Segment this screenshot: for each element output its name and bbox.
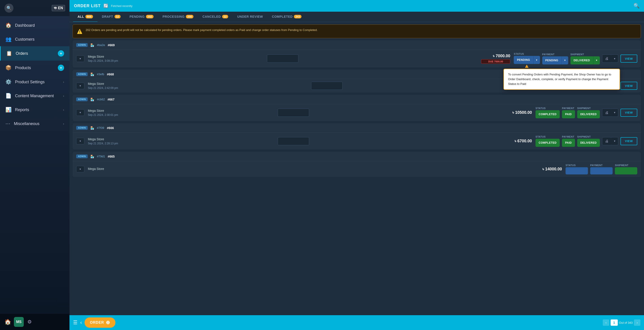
order-date: Sep 21 2024, 2:42:09 pm [88,86,308,90]
payment-group: Payment [590,164,612,175]
order-header: ADMIN 🏪 #7f39 #666 [73,123,641,133]
create-order-button[interactable]: ORDER ⊕ [84,317,116,328]
view-button[interactable]: VIEW [620,137,637,145]
order-icon: 🏪 [90,73,94,76]
order-dropdown-button[interactable] [76,138,84,144]
shipment-group: Shipment DELIVERED [577,135,600,147]
next-page-button[interactable]: › [634,319,640,326]
tab-pending[interactable]: PENDING 202 [125,12,158,22]
order-icon: 🏪 [90,126,94,130]
home-icon[interactable]: 🏠 [4,319,11,325]
tab-processing[interactable]: PROCESSING 200 [158,12,198,22]
order-body: Mega Store Sep 21 2024, 2:28:13 pm ৳ 670… [73,133,641,149]
order-number: #666 [107,126,114,130]
payment-label: Payment [562,107,575,110]
admin-badge: ADMIN [76,97,88,101]
order-date: Sep 21 2024, 3:09:29 pm [88,59,264,62]
order-amount: ৳ 14000.00 [533,167,562,172]
payment-value: PAID [562,110,575,118]
sidebar-item-customers[interactable]: 👥 Customers [0,32,70,46]
status-select[interactable] [566,167,588,175]
payment-select[interactable]: PENDING ▼ [542,56,568,64]
tab-completed[interactable]: COMPLETED 243 [268,12,306,22]
order-hash: #cb62 [97,98,105,101]
sidebar-item-miscellaneous[interactable]: ⋯ Miscellaneous › [0,117,70,131]
store-name: Mega Store [88,167,307,171]
status-select[interactable]: COMPLETED [536,139,560,147]
order-hash: #7f39 [97,126,104,129]
order-number: #669 [108,43,114,47]
refresh-icon[interactable]: 🔄 [103,3,108,8]
sidebar-item-label: Orders [16,51,28,56]
back-icon[interactable]: ‹ [80,320,82,325]
due-badge: DUE 7000.00 [481,59,510,64]
sidebar-item-orders[interactable]: 📋 Orders + [0,46,70,61]
view-button[interactable]: VIEW [620,82,637,90]
order-body: Mega Store Sep 21 2024, 3:09:29 pm ৳ 700… [73,50,641,67]
sidebar-item-label: Miscellaneous [14,121,40,126]
print-dropdown-button[interactable]: ▼ [611,55,618,63]
topbar-left: ORDER LIST 🔄 Fetched recently [74,3,132,8]
tab-all[interactable]: ALL 669 [73,12,98,22]
orders-add-button[interactable]: + [58,50,64,57]
sidebar-search-button[interactable]: 🔍 [4,4,14,13]
customers-icon: 👥 [6,36,12,42]
shipment-select[interactable]: DELIVERED [577,110,600,118]
search-icon: 🔍 [6,6,12,11]
order-dropdown-button[interactable] [76,55,84,62]
payment-select[interactable]: PAID [562,110,575,118]
products-icon: 📦 [6,65,12,71]
sidebar-item-dashboard[interactable]: 🏠 Dashboard [0,19,70,32]
sidebar-item-product-settings[interactable]: ⚙️ Product Settings › [0,75,70,89]
payment-label: Payment [542,53,568,56]
view-button[interactable]: VIEW [620,55,637,63]
store-logo[interactable]: MS [14,317,24,327]
order-hash: #79d1 [97,155,105,158]
prev-page-button[interactable]: ‹ [603,319,609,326]
order-header: ADMIN 🏪 #cb62 #667 [73,95,641,104]
order-dropdown-button[interactable] [76,109,84,116]
sidebar-item-content-management[interactable]: 📄 Content Management › [0,89,70,103]
store-name: Mega Store [88,109,274,112]
status-group: Status [566,164,588,175]
shipment-select[interactable]: DELIVERED [577,139,600,147]
products-add-button[interactable]: + [58,65,64,71]
payment-select[interactable] [590,167,612,175]
print-button[interactable]: 🖨 [602,137,612,145]
content-icon: 📄 [6,93,12,99]
sidebar-item-reports[interactable]: 📊 Reports › [0,103,70,117]
shipment-select[interactable] [615,167,637,175]
order-hash: #ba2e [97,43,105,47]
sidebar-item-label: Product Settings [15,80,44,84]
tab-under-review[interactable]: UNDER REVIEW [233,12,268,22]
order-number: #665 [108,155,114,158]
topbar: ORDER LIST 🔄 Fetched recently 🔍 [70,0,644,12]
print-dropdown-button[interactable]: ▼ [611,109,618,117]
tab-pending-badge: 202 [146,15,154,19]
shipment-select[interactable]: DELIVERED ▼ [570,56,600,64]
orders-list: ADMIN 🏪 #ba2e #669 Mega Store Sep 21 202… [70,40,644,315]
shipment-value: DELIVERED [577,139,600,147]
order-dropdown-button[interactable] [76,166,84,173]
print-button[interactable]: 🖨 [602,55,612,63]
sidebar-item-products[interactable]: 📦 Products + [0,61,70,75]
warning-text: 202 Orders are pending and profit will n… [86,28,318,32]
status-select[interactable]: COMPLETED [536,110,560,118]
hamburger-icon[interactable]: ☰ [73,320,78,325]
sidebar-item-label: Customers [15,37,34,42]
tab-draft[interactable]: DRAFT 12 [98,12,125,22]
sidebar-header: 🔍 বাং EN [0,0,70,16]
sidebar: 🔍 বাং EN 🏠 Dashboard 👥 Customers [0,0,70,330]
order-product-preview [278,137,309,145]
view-button[interactable]: VIEW [620,109,637,117]
topbar-search-icon[interactable]: 🔍 [634,3,640,9]
payment-select[interactable]: PAID [562,139,575,147]
tab-canceled[interactable]: CANCELED 12 [198,12,233,22]
print-button[interactable]: 🖨 [602,109,612,117]
print-dropdown-button[interactable]: ▼ [611,137,618,145]
settings-icon[interactable]: ⚙ [27,319,32,325]
order-dropdown-button[interactable] [76,83,84,89]
status-select[interactable]: PENDING ▼ [514,56,540,64]
order-product-preview [267,55,298,63]
status-group: Status COMPLETED [536,135,560,147]
